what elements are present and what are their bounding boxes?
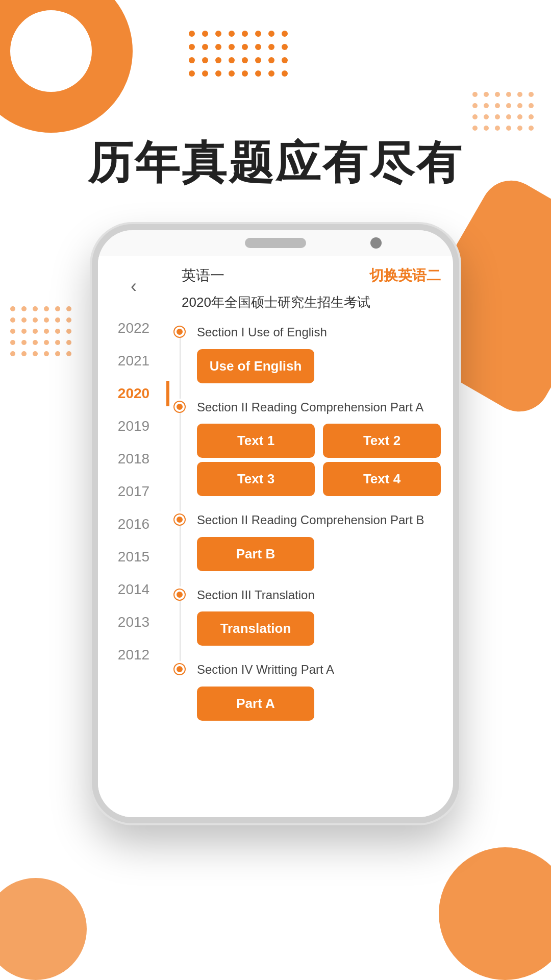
switch-button[interactable]: 切换英语二 xyxy=(369,266,441,285)
deco-dots-midleft xyxy=(10,306,73,358)
btn-row: Translation xyxy=(197,611,441,646)
btn-row: Text 1Text 2 xyxy=(197,424,441,458)
year-item-2019[interactable]: 2019 xyxy=(98,410,169,443)
section-connector xyxy=(180,525,181,586)
btn-text-4[interactable]: Text 4 xyxy=(323,462,441,496)
section-title-section4: Section III Translation xyxy=(197,586,441,604)
year-item-2013[interactable]: 2013 xyxy=(98,606,169,639)
section-connector xyxy=(180,600,181,662)
deco-arc-bottomright xyxy=(439,847,551,980)
section-connector xyxy=(180,337,181,399)
phone-main-content: 英语一 切换英语二 2020年全国硕士研究生招生考试 Section I Use… xyxy=(169,256,453,817)
subject-title: 英语一 xyxy=(182,266,224,285)
phone-speaker xyxy=(245,238,306,248)
exam-title: 2020年全国硕士研究生招生考试 xyxy=(182,293,441,311)
year-sidebar: ‹ 20222021202020192018201720162015201420… xyxy=(98,256,169,817)
section-block-section3: Section II Reading Comprehension Part BP… xyxy=(197,511,441,571)
btn-text-2[interactable]: Text 2 xyxy=(323,424,441,458)
section-block-section4: Section III TranslationTranslation xyxy=(197,586,441,646)
year-item-2021[interactable]: 2021 xyxy=(98,345,169,377)
section-title-section1: Section I Use of English xyxy=(197,324,441,341)
year-item-2022[interactable]: 2022 xyxy=(98,312,169,345)
btn-text-3[interactable]: Text 3 xyxy=(197,462,315,496)
section-dot-section2 xyxy=(174,402,185,412)
btn-part-b[interactable]: Part B xyxy=(197,537,314,571)
btn-row: Use of English xyxy=(197,349,441,383)
year-item-2020[interactable]: 2020 xyxy=(98,377,169,410)
section-block-section2: Section II Reading Comprehension Part AT… xyxy=(197,399,441,497)
phone-mockup: ‹ 20222021202020192018201720162015201420… xyxy=(92,224,459,823)
year-item-2014[interactable]: 2014 xyxy=(98,573,169,606)
deco-arc-bottomleft xyxy=(0,878,87,980)
year-item-2012[interactable]: 2012 xyxy=(98,639,169,671)
year-item-2018[interactable]: 2018 xyxy=(98,443,169,475)
section-title-section5: Section IV Writting Part A xyxy=(197,661,441,678)
phone-top-bar xyxy=(98,230,453,256)
btn-translation[interactable]: Translation xyxy=(197,611,314,646)
section-block-section1: Section I Use of EnglishUse of English xyxy=(197,324,441,383)
btn-text-1[interactable]: Text 1 xyxy=(197,424,315,458)
year-item-2015[interactable]: 2015 xyxy=(98,541,169,573)
section-dot-section5 xyxy=(174,664,185,674)
btn-row: Part B xyxy=(197,537,441,571)
sections-container: Section I Use of EnglishUse of EnglishSe… xyxy=(182,324,441,721)
section-dot-section3 xyxy=(174,514,185,525)
year-item-2017[interactable]: 2017 xyxy=(98,475,169,508)
year-list: 2022202120202019201820172016201520142013… xyxy=(98,312,169,671)
year-item-2016[interactable]: 2016 xyxy=(98,508,169,541)
back-button[interactable]: ‹ xyxy=(118,271,149,302)
btn-use-of-english[interactable]: Use of English xyxy=(197,349,314,383)
hero-title: 历年真题应有尽有 xyxy=(0,133,551,193)
section-connector xyxy=(180,412,181,512)
phone-camera xyxy=(370,237,382,249)
phone-screen: ‹ 20222021202020192018201720162015201420… xyxy=(98,256,453,817)
deco-dots-top xyxy=(189,31,291,80)
btn-part-a[interactable]: Part A xyxy=(197,687,314,721)
btn-row: Text 3Text 4 xyxy=(197,462,441,496)
deco-circle-topleft xyxy=(0,0,133,133)
section-title-section2: Section II Reading Comprehension Part A xyxy=(197,399,441,416)
section-dot-section1 xyxy=(174,327,185,337)
section-title-section3: Section II Reading Comprehension Part B xyxy=(197,511,441,529)
phone-header: 英语一 切换英语二 xyxy=(182,266,441,285)
section-block-section5: Section IV Writting Part APart A xyxy=(197,661,441,721)
deco-dots-topright xyxy=(472,92,536,133)
btn-row: Part A xyxy=(197,687,441,721)
section-dot-section4 xyxy=(174,590,185,600)
